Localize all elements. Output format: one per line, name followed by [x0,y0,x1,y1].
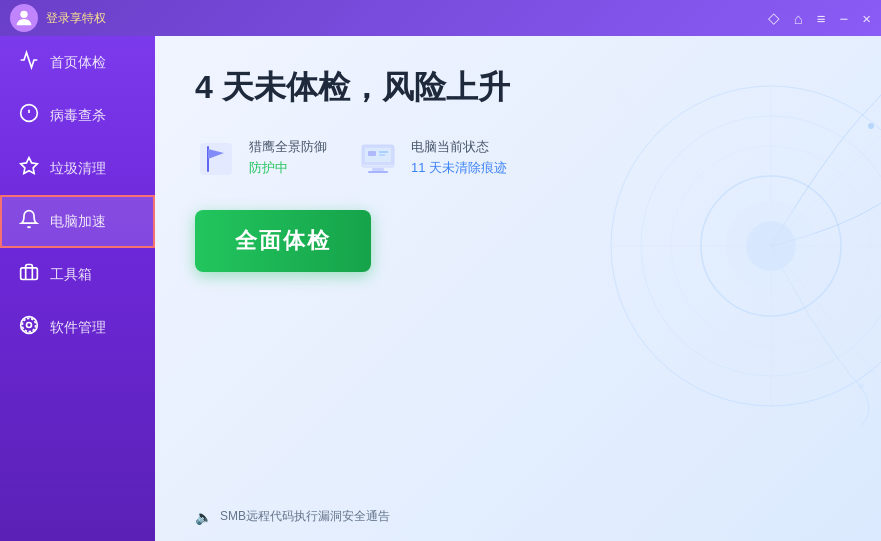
svg-rect-5 [21,268,38,280]
pc-card-text: 电脑当前状态 11 天未清除痕迹 [411,138,507,177]
sidebar-item-cleanup[interactable]: 垃圾清理 [0,142,155,195]
svg-rect-30 [379,151,388,153]
pc-card-title: 电脑当前状态 [411,138,507,156]
svg-point-17 [746,221,796,271]
eagle-card-value: 防护中 [249,159,327,177]
pc-icon [357,138,399,180]
svg-rect-28 [368,171,388,173]
titlebar-controls: ◇ ⌂ ≡ − × [768,9,871,27]
antivirus-icon [18,103,40,128]
status-card-eagle: 猎鹰全景防御 防护中 [195,138,327,180]
eagle-icon [195,138,237,180]
svg-point-0 [20,11,27,18]
svg-rect-23 [200,143,232,175]
sidebar-item-speedup-label: 电脑加速 [50,213,106,231]
sidebar-item-home-label: 首页体检 [50,54,106,72]
status-card-pc: 电脑当前状态 11 天未清除痕迹 [357,138,507,180]
titlebar-left: 登录享特权 [10,4,106,32]
toolbox-icon [18,262,40,287]
gift-icon[interactable]: ◇ [768,9,780,27]
sidebar-item-software[interactable]: 软件管理 [0,301,155,354]
titlebar: 登录享特权 ◇ ⌂ ≡ − × [0,0,881,36]
full-check-button[interactable]: 全面体检 [195,210,371,272]
bottom-notice: 🔈 SMB远程代码执行漏洞安全通告 [195,508,390,525]
svg-rect-27 [372,168,384,171]
svg-point-12 [701,176,841,316]
sidebar-item-software-label: 软件管理 [50,319,106,337]
speedup-icon [18,209,40,234]
svg-line-19 [771,246,881,406]
cleanup-icon [18,156,40,181]
notice-text: SMB远程代码执行漏洞安全通告 [220,508,390,525]
svg-point-13 [868,123,874,129]
menu-icon[interactable]: ≡ [817,10,826,27]
svg-marker-4 [21,158,38,174]
svg-point-6 [27,323,32,328]
sidebar-item-home[interactable]: 首页体检 [0,36,155,89]
main-layout: 首页体检 病毒查杀 垃圾清理 [0,36,881,541]
sidebar-item-toolbox[interactable]: 工具箱 [0,248,155,301]
minimize-button[interactable]: − [839,10,848,27]
svg-rect-31 [379,154,385,156]
pc-card-value: 11 天未清除痕迹 [411,159,507,177]
software-icon [18,315,40,340]
eagle-card-title: 猎鹰全景防御 [249,138,327,156]
sidebar-item-speedup[interactable]: 电脑加速 [0,195,155,248]
home-check-icon [18,50,40,75]
svg-rect-29 [368,151,376,156]
speaker-icon: 🔈 [195,509,212,525]
login-label[interactable]: 登录享特权 [46,10,106,27]
sidebar-item-antivirus-label: 病毒查杀 [50,107,106,125]
content-area: 4 天未体检，风险上升 猎鹰全景防御 防护中 [155,36,881,541]
sidebar-item-cleanup-label: 垃圾清理 [50,160,106,178]
svg-point-9 [611,86,881,406]
sidebar: 首页体检 病毒查杀 垃圾清理 [0,36,155,541]
svg-point-7 [22,318,35,331]
main-title: 4 天未体检，风险上升 [195,66,841,110]
sidebar-item-antivirus[interactable]: 病毒查杀 [0,89,155,142]
sidebar-item-toolbox-label: 工具箱 [50,266,92,284]
close-button[interactable]: × [862,10,871,27]
home-icon[interactable]: ⌂ [794,10,803,27]
avatar[interactable] [10,4,38,32]
svg-point-15 [859,384,864,389]
svg-point-16 [726,201,816,291]
status-row: 猎鹰全景防御 防护中 [195,138,841,180]
eagle-card-text: 猎鹰全景防御 防护中 [249,138,327,177]
